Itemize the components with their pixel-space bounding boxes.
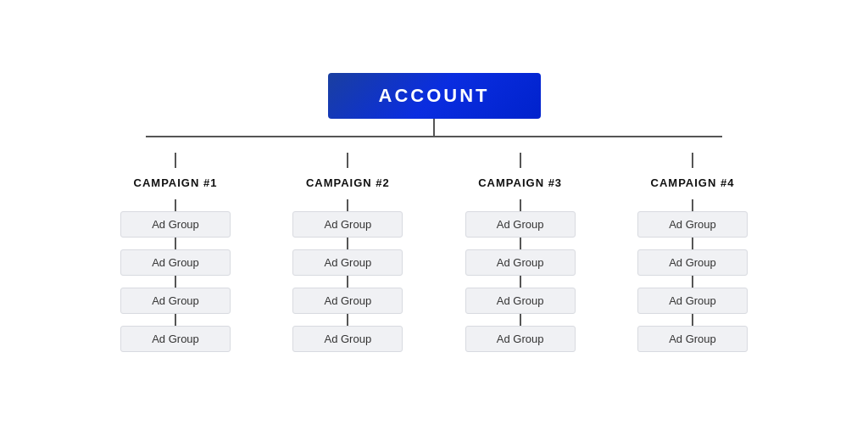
v-connector-3-1 xyxy=(520,199,521,211)
ad-groups-list-1: Ad GroupAd GroupAd GroupAd Group xyxy=(120,199,231,352)
campaign-col-2: CAMPAIGN #2Ad GroupAd GroupAd GroupAd Gr… xyxy=(275,153,420,352)
v-connector-4-1 xyxy=(692,199,693,211)
v-connector-1-2 xyxy=(175,238,176,249)
v-connector-2-1 xyxy=(347,199,348,211)
horizontal-line-wrapper xyxy=(103,136,765,153)
ad-group-box-3-1: Ad Group xyxy=(465,211,576,238)
campaigns-row: CAMPAIGN #1Ad GroupAd GroupAd GroupAd Gr… xyxy=(103,153,765,352)
campaign-box-1: CAMPAIGN #1 xyxy=(116,168,235,199)
ad-group-box-3-4: Ad Group xyxy=(465,326,576,352)
ad-group-box-4-1: Ad Group xyxy=(637,211,748,238)
v-connector-1-3 xyxy=(175,276,176,288)
campaign-top-tick-2 xyxy=(347,153,348,168)
campaign-box-2: CAMPAIGN #2 xyxy=(288,168,407,199)
v-connector-3-3 xyxy=(520,276,521,288)
ad-groups-list-3: Ad GroupAd GroupAd GroupAd Group xyxy=(465,199,576,352)
v-connector-3-4 xyxy=(520,314,521,326)
campaign-box-4: CAMPAIGN #4 xyxy=(633,168,752,199)
ad-group-box-1-4: Ad Group xyxy=(120,326,231,352)
ad-group-box-2-1: Ad Group xyxy=(292,211,403,238)
account-node: ACCOUNT xyxy=(328,73,541,119)
ad-group-box-2-2: Ad Group xyxy=(292,249,403,276)
ad-group-box-4-4: Ad Group xyxy=(637,326,748,352)
ad-group-box-2-4: Ad Group xyxy=(292,326,403,352)
v-connector-4-3 xyxy=(692,276,693,288)
v-connector-2-4 xyxy=(347,314,348,326)
campaign-col-1: CAMPAIGN #1Ad GroupAd GroupAd GroupAd Gr… xyxy=(103,153,248,352)
v-connector-3-2 xyxy=(520,238,521,249)
ad-group-box-2-3: Ad Group xyxy=(292,288,403,314)
campaign-top-tick-1 xyxy=(175,153,176,168)
ad-group-box-3-2: Ad Group xyxy=(465,249,576,276)
ad-group-box-3-3: Ad Group xyxy=(465,288,576,314)
campaign-col-4: CAMPAIGN #4Ad GroupAd GroupAd GroupAd Gr… xyxy=(620,153,765,352)
v-connector-4-2 xyxy=(692,238,693,249)
v-connector-4-4 xyxy=(692,314,693,326)
v-connector-2-2 xyxy=(347,238,348,249)
campaign-box-3: CAMPAIGN #3 xyxy=(461,168,580,199)
campaign-top-tick-4 xyxy=(692,153,693,168)
ad-group-box-1-2: Ad Group xyxy=(120,249,231,276)
campaign-col-3: CAMPAIGN #3Ad GroupAd GroupAd GroupAd Gr… xyxy=(448,153,593,352)
horizontal-line xyxy=(146,136,722,137)
v-connector-1-4 xyxy=(175,314,176,326)
ad-group-box-1-1: Ad Group xyxy=(120,211,231,238)
account-down-connector xyxy=(433,119,435,136)
v-connector-2-3 xyxy=(347,276,348,288)
ad-group-box-1-3: Ad Group xyxy=(120,288,231,314)
ad-group-box-4-2: Ad Group xyxy=(637,249,748,276)
ad-group-box-4-3: Ad Group xyxy=(637,288,748,314)
campaign-top-tick-3 xyxy=(520,153,521,168)
v-connector-1-1 xyxy=(175,199,176,211)
ad-groups-list-2: Ad GroupAd GroupAd GroupAd Group xyxy=(292,199,403,352)
org-chart: ACCOUNT CAMPAIGN #1Ad GroupAd GroupAd Gr… xyxy=(0,56,868,369)
ad-groups-list-4: Ad GroupAd GroupAd GroupAd Group xyxy=(637,199,748,352)
